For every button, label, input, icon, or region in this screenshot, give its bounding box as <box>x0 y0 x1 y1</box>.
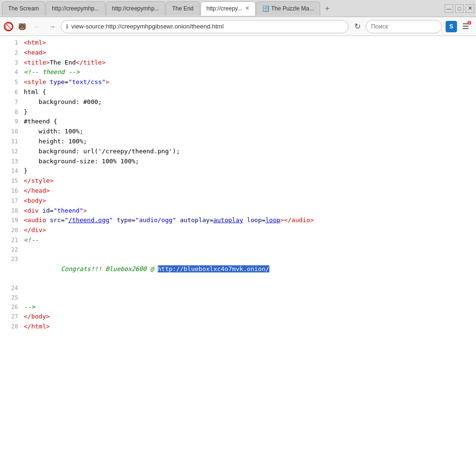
source-line-congrats: 23 Congrats!!! Bluebox2600 @ http://blue… <box>0 254 476 284</box>
tab-creepy-active[interactable]: http://creepy... ✕ <box>200 1 256 16</box>
notification-badge: 1 <box>467 21 471 25</box>
source-line: 19 <audio src="/theend.ogg" type="audio/… <box>0 215 476 225</box>
new-tab-button[interactable]: + <box>321 2 334 15</box>
no-style-icon: 🚫 <box>4 22 13 31</box>
source-line: 6 html { <box>0 87 476 97</box>
source-line: 8 } <box>0 107 476 117</box>
minimize-button[interactable]: — <box>445 4 453 13</box>
source-line: 20 </div> <box>0 225 476 235</box>
title-bar: The Scream http://creepymhp... http://cr… <box>0 0 476 17</box>
source-line: 2 <head> <box>0 48 476 58</box>
refresh-button[interactable]: ↻ <box>351 20 364 33</box>
close-button[interactable]: ✕ <box>466 4 474 13</box>
source-line: 28 </html> <box>0 322 476 332</box>
source-line: 4 <!-- theend --> <box>0 67 476 77</box>
source-line: 10 width: 100%; <box>0 127 476 137</box>
tab-creepy-2[interactable]: http://creepymhp... <box>106 1 165 16</box>
source-line: 26 --> <box>0 302 476 312</box>
tab-label: http://creepymhp... <box>112 5 159 12</box>
address-bar[interactable]: ℹ view-source:http://creepymhpgibsewr.on… <box>61 20 349 33</box>
browser-window: The Scream http://creepymhp... http://cr… <box>0 0 476 468</box>
info-icon[interactable]: ℹ <box>66 23 68 30</box>
source-line: 24 <box>0 284 476 293</box>
address-text: view-source:http://creepymhpgibsewr.onio… <box>71 23 343 30</box>
tab-the-end[interactable]: The End <box>166 1 200 16</box>
tab-label: http://creepy... <box>207 5 242 12</box>
source-line: 14 } <box>0 166 476 176</box>
source-line: 1 <html> <box>0 38 476 48</box>
s-browser-icon: S <box>446 21 457 32</box>
tab-the-scream[interactable]: The Scream <box>2 1 45 16</box>
source-line: 17 <body> <box>0 196 476 206</box>
search-bar[interactable] <box>366 20 442 33</box>
source-line: 18 <div id="theend"> <box>0 206 476 216</box>
tab-close-icon[interactable]: ✕ <box>245 5 249 11</box>
maximize-button[interactable]: □ <box>455 4 464 13</box>
congrats-text: Congrats!!! Bluebox2600 @ <box>61 265 158 272</box>
source-line: 13 background-size: 100% 100%; <box>0 157 476 167</box>
source-line: 3 <title>The End</title> <box>0 58 476 68</box>
source-line: 7 background: #000; <box>0 97 476 107</box>
source-line: 16 </head> <box>0 186 476 196</box>
nav-bar: 🚫 🐻 ← → ℹ view-source:http://creepymhpgi… <box>0 17 476 36</box>
extensions-button[interactable]: 🐻 <box>15 20 29 33</box>
tab-creepy-1[interactable]: http://creepymhp... <box>46 1 105 16</box>
search-input[interactable] <box>371 23 437 30</box>
source-line: 21 <!-- <box>0 235 476 245</box>
source-line: 25 <box>0 293 476 302</box>
forward-button[interactable]: → <box>46 20 59 33</box>
source-line: 12 background: url('/creepy/theend.png')… <box>0 147 476 157</box>
tab-label: The End <box>172 5 193 12</box>
tab-label: http://creepymhp... <box>52 5 99 12</box>
back-button[interactable]: ← <box>30 20 44 33</box>
content-area: 1 <html> 2 <head> 3 <title>The End</titl… <box>0 36 476 468</box>
tab-label: The Puzzle Ma... <box>271 5 314 12</box>
source-line: 27 </body> <box>0 312 476 322</box>
tab-label: The Scream <box>8 5 39 12</box>
source-line: 22 <box>0 245 476 254</box>
source-line: 9 #theend { <box>0 117 476 127</box>
window-controls: — □ ✕ <box>445 4 474 13</box>
tab-puzzle-master[interactable]: 🔣 The Puzzle Ma... <box>256 1 320 16</box>
source-line: 5 <style type="text/css"> <box>0 77 476 87</box>
source-line: 15 </style> <box>0 176 476 186</box>
congrats-link[interactable]: http://blueboxlxc4o7mvk.onion/ <box>158 265 269 272</box>
source-line: 11 height: 100%; <box>0 137 476 147</box>
puzzle-icon: 🔣 <box>262 5 269 12</box>
source-view: 1 <html> 2 <head> 3 <title>The End</titl… <box>0 36 476 334</box>
menu-button[interactable]: ☰ 1 <box>459 20 472 33</box>
